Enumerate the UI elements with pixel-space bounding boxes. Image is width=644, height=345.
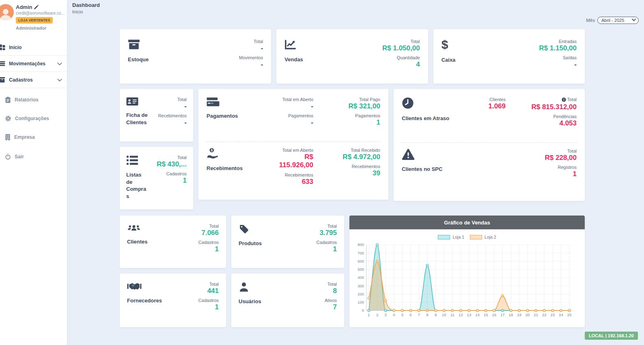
legend-item[interactable]: Loja 2 [470, 235, 496, 239]
stat-value: - [239, 44, 263, 52]
card-vendas[interactable]: Vendas TotalR$ 1.050,00 Quantidade4 [276, 29, 428, 84]
stat-value: - [278, 119, 313, 127]
edit-profile-icon[interactable] [34, 5, 39, 10]
hand-holding-dollar-icon: $ [207, 148, 278, 159]
chart-legend: Loja 1Loja 2 [353, 233, 582, 241]
id-card-icon [126, 97, 158, 106]
sidebar-item-relatorios[interactable]: Relatórios [0, 92, 67, 108]
stat-value: 3.795 [317, 229, 337, 237]
stat-value: - [158, 119, 187, 127]
chevron-down-icon [57, 61, 62, 67]
dollar-icon: $ [442, 39, 456, 51]
svg-text:9: 9 [435, 313, 437, 317]
card-usuarios[interactable]: Usuários Total8 Ativos7 [231, 274, 344, 327]
stat-value: 633 [278, 178, 313, 186]
sidebar-nav: Início Movimentações Cadastros [0, 39, 67, 164]
card-title: Vendas [284, 56, 303, 63]
box-icon [0, 77, 5, 83]
month-label: Mês [586, 18, 595, 23]
svg-text:8: 8 [426, 313, 428, 317]
legend-swatch [438, 235, 450, 239]
card-produtos[interactable]: Produtos Total3.795 Cadastros1 [231, 216, 344, 268]
svg-text:22: 22 [542, 313, 547, 317]
profile-block: Admin credit@anronsoftware.co... LOJA VE… [0, 4, 67, 30]
card-title: Fornecedores [127, 297, 162, 304]
svg-text:700: 700 [358, 251, 364, 255]
svg-text:$: $ [211, 148, 213, 152]
chart-title: Gráfico de Vendas [349, 216, 585, 229]
environment-badge: LOCAL | 192.168.1.20 [585, 332, 638, 340]
svg-text:21: 21 [534, 313, 538, 317]
svg-text:5: 5 [401, 313, 403, 317]
breadcrumb: Início [72, 9, 644, 14]
stat-value: R$ 815.312,00 [506, 103, 577, 111]
stat-value: 4.053 [506, 119, 577, 127]
stat-value: 8 [325, 287, 337, 295]
svg-text:13: 13 [467, 313, 472, 317]
stat-value: R$ 4.972,00 [313, 153, 380, 161]
card-fornecedores[interactable]: Fornecedores Total441 Cadastros1 [120, 274, 226, 327]
svg-text:18: 18 [509, 313, 513, 317]
stat-value: R$ 321,00 [313, 102, 380, 110]
stat-value: - [158, 102, 187, 110]
legend-label: Loja 1 [452, 235, 464, 239]
svg-text:11: 11 [450, 313, 454, 317]
stat-value: 39 [313, 169, 380, 177]
svg-text:600: 600 [358, 259, 364, 263]
chart-line-icon [284, 39, 303, 50]
user-icon [239, 282, 261, 292]
sidebar-item-sair[interactable]: Sair [0, 149, 67, 164]
stat-value: 1 [157, 177, 187, 185]
sidebar-item-empresa[interactable]: Empresa [0, 129, 67, 145]
sidebar-item-label: Empresa [14, 134, 35, 140]
divider [402, 142, 577, 143]
sidebar-item-label: Cadastros [9, 77, 33, 83]
card-title: Estoque [128, 56, 149, 63]
stat-value: 1 [198, 303, 219, 311]
stat-value: - [539, 60, 577, 69]
card-pagamentos-recebimentos[interactable]: Pagamentos Total em Aberto- Pagamentos- … [198, 89, 388, 200]
sidebar-item-movimentacoes[interactable]: Movimentações [0, 56, 67, 71]
card-title: Clientes no SPC [402, 166, 453, 173]
svg-text:16: 16 [492, 313, 496, 317]
person-silhouette-icon [0, 7, 12, 20]
sidebar-item-inicio[interactable]: Início [0, 39, 67, 55]
card-clientes[interactable]: Clientes Total7.066 Cadastros1 [120, 216, 226, 268]
credit-card-icon [207, 97, 278, 107]
sidebar-item-label: Relatórios [15, 97, 39, 103]
svg-text:100: 100 [358, 300, 364, 304]
card-caixa[interactable]: $ Caixa EntradasR$ 1.150,00 Saídas- [433, 29, 585, 84]
bars-icon [0, 60, 5, 67]
sidebar-item-configuracoes[interactable]: Configurações [0, 111, 67, 126]
card-title: Usuários [239, 298, 261, 305]
warning-triangle-icon [402, 149, 453, 160]
month-select[interactable]: Abril - 2025 [597, 17, 639, 24]
card-ficha-clientes[interactable]: Ficha de Clientes Total- Recebimentos- [120, 89, 193, 142]
legend-item[interactable]: Loja 1 [438, 235, 464, 239]
stat-value: R$ 1.050,00 [382, 44, 420, 52]
sidebar-item-label: Configurações [15, 116, 49, 121]
svg-text:800: 800 [358, 242, 364, 247]
sales-chart-card: Gráfico de Vendas Loja 1Loja 2 010020030… [349, 216, 585, 327]
user-name: Admin [16, 4, 32, 10]
svg-text:3: 3 [385, 313, 387, 317]
card-listas-compras[interactable]: Listas de Compras TotalR$ 430,... Cadast… [120, 147, 193, 209]
svg-text:19: 19 [517, 313, 521, 317]
clock-icon [402, 97, 453, 109]
card-atraso-spc[interactable]: Clientes em Atraso Clientes1.069 Total R… [394, 89, 585, 201]
card-title: Pagamentos [207, 112, 278, 120]
svg-text:25: 25 [567, 313, 572, 317]
card-estoque[interactable]: Estoque Total- Movimentos- [120, 29, 271, 84]
sidebar-item-cadastros[interactable]: Cadastros [0, 72, 67, 88]
stat-value: - [278, 102, 313, 110]
stat-value: R$ 430,... [157, 160, 187, 168]
card-title: Caixa [442, 56, 456, 64]
stat-value: 4 [382, 60, 420, 69]
card-title: Ficha de Clientes [126, 112, 158, 126]
stat-value: 7.066 [198, 229, 219, 237]
stat-value: R$ 228,00 [506, 154, 577, 162]
dashboard-grid-icon [0, 44, 5, 50]
sidebar: Admin credit@anronsoftware.co... LOJA VE… [0, 0, 67, 345]
sidebar-item-label: Sair [15, 154, 24, 160]
users-icon [127, 224, 148, 233]
